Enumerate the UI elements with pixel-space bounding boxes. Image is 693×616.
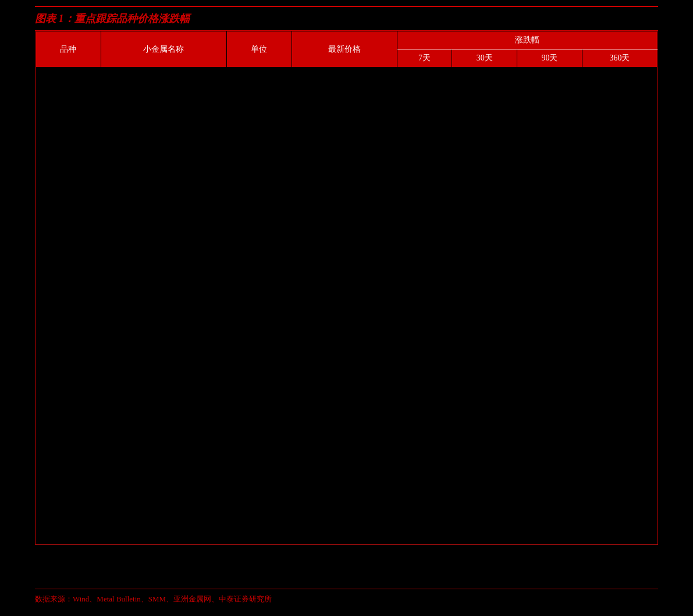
- table-body: [36, 67, 658, 544]
- col-header-latest-price: 最新价格: [292, 31, 397, 67]
- col-header-change-span: 涨跌幅: [397, 31, 657, 49]
- col-header-variety: 品种: [36, 31, 101, 67]
- page-container: 图表 1：重点跟踪品种价格涨跌幅 品种 小金属名称 单位 最新价格 涨跌幅 7天…: [0, 0, 693, 616]
- col-header-360d: 360天: [582, 49, 657, 67]
- table-container: 品种 小金属名称 单位 最新价格 涨跌幅 7天 30天 90天 360天: [35, 30, 658, 545]
- price-change-table: 品种 小金属名称 单位 最新价格 涨跌幅 7天 30天 90天 360天: [35, 31, 658, 544]
- footer-source: 数据来源：Wind、Metal Bulletin、SMM、亚洲金属网、中泰证券研…: [35, 589, 658, 604]
- col-header-metal-name: 小金属名称: [101, 31, 226, 67]
- table-empty-body: [36, 67, 658, 544]
- col-header-90d: 90天: [517, 49, 582, 67]
- col-header-7d: 7天: [397, 49, 452, 67]
- chart-title: 图表 1：重点跟踪品种价格涨跌幅: [35, 6, 658, 26]
- col-header-30d: 30天: [452, 49, 517, 67]
- source-text: 数据来源：Wind、Metal Bulletin、SMM、亚洲金属网、中泰证券研…: [35, 594, 272, 603]
- table-header-row1: 品种 小金属名称 单位 最新价格 涨跌幅: [36, 31, 658, 49]
- col-header-unit: 单位: [226, 31, 292, 67]
